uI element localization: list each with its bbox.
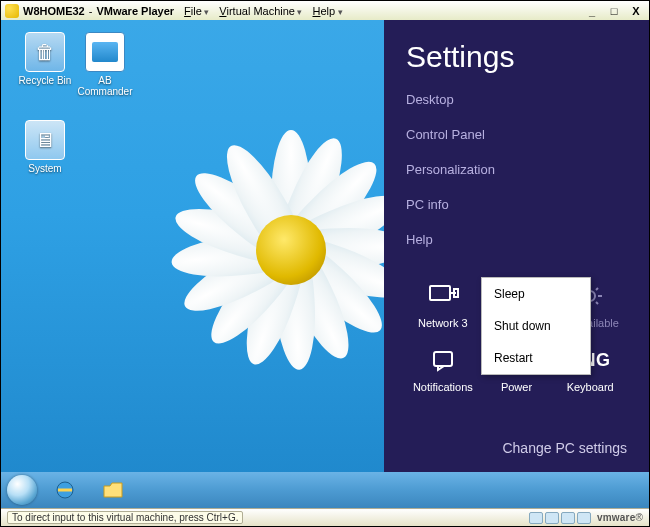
network-tile[interactable]: Network 3 xyxy=(406,275,480,329)
charm-title: Settings xyxy=(406,40,627,74)
power-menu: Sleep Shut down Restart xyxy=(481,277,591,375)
menu-help[interactable]: Help xyxy=(312,5,342,17)
title-bar: W8HOME32 - VMware Player File Virtual Ma… xyxy=(1,1,649,20)
taskbar-explorer[interactable] xyxy=(93,477,133,503)
charm-link-desktop[interactable]: Desktop xyxy=(406,92,627,107)
taskbar-ie[interactable] xyxy=(45,477,85,503)
settings-charm-panel: Settings Desktop Control Panel Personali… xyxy=(384,20,649,472)
desktop-icon-recycle-bin[interactable]: Recycle Bin xyxy=(17,32,73,86)
status-tray[interactable] xyxy=(529,512,591,524)
recycle-bin-icon xyxy=(25,32,65,72)
power-menu-sleep[interactable]: Sleep xyxy=(482,278,590,310)
charm-link-help[interactable]: Help xyxy=(406,232,627,247)
desktop-icon-system[interactable]: System xyxy=(17,120,73,174)
svg-rect-13 xyxy=(434,352,452,366)
vm-name: W8HOME32 xyxy=(23,5,85,17)
minimize-button[interactable]: _ xyxy=(583,4,601,18)
notifications-tile[interactable]: Notifications xyxy=(406,339,480,393)
ie-icon xyxy=(54,479,76,501)
menu-virtual-machine[interactable]: Virtual Machine xyxy=(219,5,302,17)
vm-viewport[interactable]: Recycle Bin AB Commander System Settings… xyxy=(1,20,649,508)
maximize-button[interactable]: □ xyxy=(605,4,623,18)
network-icon xyxy=(406,275,480,317)
icon-label: Recycle Bin xyxy=(17,75,73,86)
power-menu-restart[interactable]: Restart xyxy=(482,342,590,374)
system-icon xyxy=(25,120,65,160)
charm-link-pc-info[interactable]: PC info xyxy=(406,197,627,212)
tile-label: Notifications xyxy=(406,381,480,393)
charm-link-personalization[interactable]: Personalization xyxy=(406,162,627,177)
change-pc-settings-link[interactable]: Change PC settings xyxy=(406,440,627,456)
status-bar: To direct input to this virtual machine,… xyxy=(1,508,649,526)
tile-label: Keyboard xyxy=(553,381,627,393)
tile-label: Network 3 xyxy=(406,317,480,329)
tile-label: Power xyxy=(480,381,554,393)
ab-commander-icon xyxy=(85,32,125,72)
svg-line-10 xyxy=(596,302,598,304)
status-hint: To direct input to this virtual machine,… xyxy=(7,511,243,524)
svg-rect-0 xyxy=(430,286,450,300)
vmware-logo: vmware® xyxy=(597,512,643,523)
taskbar[interactable] xyxy=(1,472,649,508)
svg-line-11 xyxy=(596,288,598,290)
start-button[interactable] xyxy=(7,475,37,505)
icon-label: AB Commander xyxy=(77,75,133,97)
app-name: VMware Player xyxy=(96,5,174,17)
notifications-icon xyxy=(406,339,480,381)
power-menu-shutdown[interactable]: Shut down xyxy=(482,310,590,342)
charm-link-control-panel[interactable]: Control Panel xyxy=(406,127,627,142)
desktop-icon-ab-commander[interactable]: AB Commander xyxy=(77,32,133,97)
icon-label: System xyxy=(17,163,73,174)
menu-file[interactable]: File xyxy=(184,5,209,17)
app-icon xyxy=(5,4,19,18)
close-button[interactable]: X xyxy=(627,4,645,18)
folder-icon xyxy=(102,480,124,500)
